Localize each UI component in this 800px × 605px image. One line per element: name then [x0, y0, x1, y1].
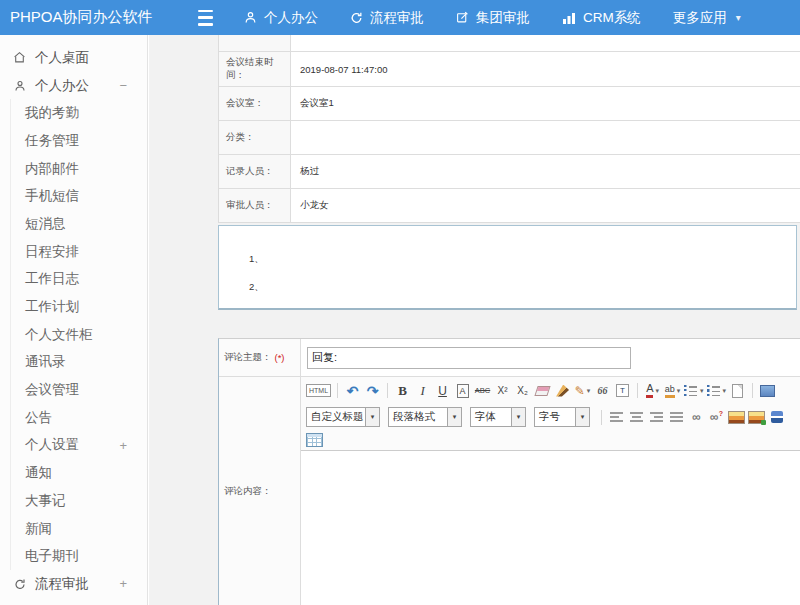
bold-icon-glyph: B — [398, 383, 407, 399]
collapse-icon[interactable]: − — [119, 78, 127, 93]
toolbar-separator — [337, 383, 338, 398]
nav-item-5[interactable]: 更多应用▾ — [673, 9, 741, 27]
image-icon-shape — [728, 411, 745, 424]
sidebar-item-19[interactable]: 电子期刊 — [0, 542, 147, 570]
unordered-list-icon[interactable]: ▾ — [707, 382, 727, 400]
sidebar-item-8[interactable]: 日程安排 — [0, 238, 147, 266]
row-label-cell — [219, 35, 291, 51]
font-color-icon[interactable]: A▾ — [644, 382, 661, 400]
blockquote-icon[interactable]: 66 — [594, 382, 611, 400]
paste-word-icon[interactable]: T — [614, 382, 631, 400]
row-value: 小龙女 — [291, 189, 800, 222]
nav-item-3[interactable]: 集团审批 — [456, 9, 530, 27]
sidebar-item-label: 新闻 — [25, 520, 52, 538]
select-label: 字号 — [535, 408, 575, 426]
table-icon-shape — [306, 433, 323, 447]
sidebar-item-5[interactable]: 内部邮件 — [0, 155, 147, 183]
sidebar-item-16[interactable]: 通知 — [0, 459, 147, 487]
sidebar-item-10[interactable]: 工作计划 — [0, 293, 147, 321]
nav-item-4[interactable]: CRM系统 — [562, 9, 641, 27]
unordered-list-icon-shape — [707, 385, 721, 396]
strikethrough-icon[interactable]: ABC — [474, 382, 491, 400]
link-icon[interactable]: ∞ — [688, 408, 705, 426]
chevron-down-icon: ▾ — [575, 408, 589, 426]
justify-icon[interactable] — [668, 408, 685, 426]
menu-bar — [198, 23, 213, 26]
chevron-down-icon: ▾ — [587, 387, 591, 395]
menu-icon[interactable] — [198, 10, 218, 26]
sidebar-item-20[interactable]: 流程审批+ — [0, 570, 147, 598]
sidebar-item-label: 个人办公 — [35, 77, 89, 95]
redo-icon[interactable]: ↷ — [364, 382, 381, 400]
sidebar-item-7[interactable]: 短消息 — [0, 210, 147, 238]
comment-subject-input[interactable] — [307, 347, 631, 369]
align-center-icon[interactable] — [628, 408, 645, 426]
home-icon — [11, 51, 28, 64]
sidebar-item-18[interactable]: 新闻 — [0, 515, 147, 543]
expand-icon[interactable]: + — [119, 438, 127, 453]
sidebar-item-15[interactable]: 个人设置+ — [0, 432, 147, 460]
new-page-icon[interactable] — [729, 382, 746, 400]
image-icon[interactable] — [728, 408, 745, 426]
nav-item-label: 个人办公 — [264, 9, 318, 27]
font-family-select[interactable]: 字体▾ — [470, 407, 526, 427]
sidebar-item-13[interactable]: 会议管理 — [0, 376, 147, 404]
bold-icon[interactable]: B — [394, 382, 411, 400]
sidebar-item-2[interactable]: 个人办公− — [0, 72, 147, 100]
person-icon — [244, 11, 257, 24]
sidebar-item-14[interactable]: 公告 — [0, 404, 147, 432]
menu-bar — [198, 16, 213, 19]
source-code-button[interactable]: HTML — [306, 382, 331, 400]
format-painter-icon[interactable] — [554, 382, 571, 400]
sidebar-item-4[interactable]: 任务管理 — [0, 127, 147, 155]
sidebar-item-12[interactable]: 通讯录 — [0, 349, 147, 377]
nav-item-1[interactable]: 个人办公 — [244, 9, 318, 27]
top-navigation: 个人办公流程审批集团审批CRM系统更多应用▾ — [244, 9, 741, 27]
toolbar-separator — [601, 410, 602, 425]
align-right-icon[interactable] — [648, 408, 665, 426]
comment-content-label: 评论内容： — [219, 377, 301, 605]
sidebar-item-17[interactable]: 大事记 — [0, 487, 147, 515]
highlight-color-icon[interactable]: ab▾ — [664, 382, 681, 400]
nav-item-label: CRM系统 — [583, 9, 641, 27]
editor-toolbar-row2: 自定义标题▾段落格式▾字体▾字号▾∞∞ — [301, 404, 800, 430]
sidebar-item-label: 短消息 — [25, 215, 66, 233]
superscript-icon[interactable]: X² — [494, 382, 511, 400]
meeting-info-table: 会议结束时间：2019-08-07 11:47:00会议室：会议室1分类：记录人… — [218, 35, 800, 223]
chevron-down-icon: ▾ — [655, 387, 659, 395]
font-size-select[interactable]: 字号▾ — [534, 407, 590, 427]
main-content: 会议结束时间：2019-08-07 11:47:00会议室：会议室1分类：记录人… — [149, 35, 800, 605]
content-line: 2、 — [249, 273, 796, 301]
sidebar-item-3[interactable]: 我的考勤 — [0, 99, 147, 127]
nav-item-2[interactable]: 流程审批 — [350, 9, 424, 27]
editor-content-area[interactable] — [301, 450, 800, 605]
italic-icon[interactable]: I — [414, 382, 431, 400]
sidebar-item-6[interactable]: 手机短信 — [0, 182, 147, 210]
unlink-icon[interactable]: ∞ — [708, 408, 725, 426]
paragraph-format-select[interactable]: 段落格式▾ — [388, 407, 462, 427]
content-line: 1、 — [249, 245, 796, 273]
subscript-icon[interactable]: X₂ — [514, 382, 531, 400]
fullscreen-icon[interactable] — [759, 382, 776, 400]
remove-format-icon[interactable] — [534, 382, 551, 400]
color-pen-icon[interactable]: ✎▾ — [574, 382, 591, 400]
net-image-icon[interactable] — [748, 408, 765, 426]
approval-icon — [456, 11, 469, 24]
align-left-icon[interactable] — [608, 408, 625, 426]
table-icon[interactable] — [306, 431, 323, 449]
underline-icon[interactable]: U — [434, 382, 451, 400]
media-icon[interactable] — [768, 408, 785, 426]
heading-select[interactable]: 自定义标题▾ — [306, 407, 380, 427]
expand-icon[interactable]: + — [119, 576, 127, 591]
ordered-list-icon[interactable]: ▾ — [684, 382, 704, 400]
meeting-content-box[interactable]: 1、2、 — [218, 225, 797, 310]
table-row: 会议结束时间：2019-08-07 11:47:00 — [219, 52, 800, 87]
sidebar-item-11[interactable]: 个人文件柜 — [0, 321, 147, 349]
blockquote-icon-glyph: 66 — [598, 385, 608, 396]
sidebar-item-9[interactable]: 工作日志 — [0, 266, 147, 294]
comment-content-row: 评论内容： HTML↶↷BIUAABCX²X₂✎▾66TA▾ab▾▾▾ 自定义标… — [219, 377, 800, 605]
font-box-icon[interactable]: A — [454, 382, 471, 400]
sidebar-item-1[interactable]: 个人桌面 — [0, 44, 147, 72]
undo-icon[interactable]: ↶ — [344, 382, 361, 400]
nav-item-label: 流程审批 — [370, 9, 424, 27]
